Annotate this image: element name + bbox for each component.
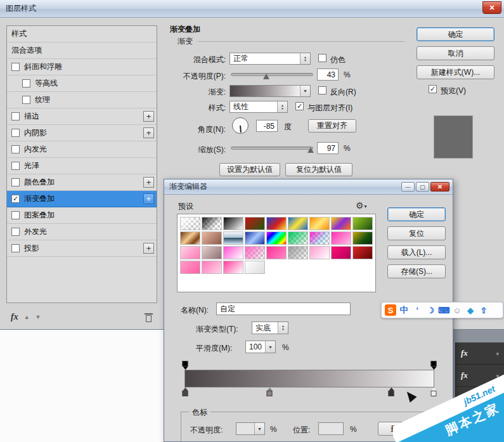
sidebar-item-styles[interactable]: 样式: [7, 26, 157, 42]
maximize-icon[interactable]: [416, 182, 429, 192]
sidebar-item-pattern-overlay[interactable]: 图案叠加: [7, 207, 157, 224]
gradient-preset-red-to-green[interactable]: [245, 217, 265, 230]
align-layer-checkbox[interactable]: [295, 102, 304, 110]
new-style-button[interactable]: 新建样式(W)...: [417, 65, 494, 79]
preset-menu-button[interactable]: [356, 200, 367, 211]
checkbox-contour[interactable]: [22, 79, 30, 88]
blend-mode-select[interactable]: 正常: [229, 53, 311, 65]
punctuation-icon[interactable]: ’: [411, 304, 423, 316]
delete-effect-button[interactable]: [145, 313, 153, 322]
toolbox-icon[interactable]: ⇧: [478, 304, 489, 316]
soft-keyboard-icon[interactable]: ⌨: [438, 304, 449, 316]
gradient-preset-blue-red-yellow[interactable]: [266, 217, 287, 230]
gradient-preset-chrome[interactable]: [223, 231, 243, 245]
add-effect-button[interactable]: [143, 111, 154, 122]
sidebar-item-satin[interactable]: 光泽: [7, 158, 157, 174]
reset-default-button[interactable]: 复位为默认值: [285, 163, 352, 176]
gradient-preset-blue-yellow-blue[interactable]: [288, 217, 308, 230]
sidebar-item-inner-shadow[interactable]: 内阴影: [7, 125, 157, 141]
sidebar-item-contour[interactable]: 等高线: [7, 75, 157, 92]
slider-thumb[interactable]: [263, 74, 269, 79]
reverse-checkbox[interactable]: [318, 86, 326, 94]
gradient-preset-black-to-transparent[interactable]: [202, 217, 222, 230]
gradient-preset-black-to-white[interactable]: [223, 217, 243, 230]
layer-effects-row-0[interactable]: fx: [456, 342, 504, 365]
gradient-preset-magenta-pink[interactable]: [331, 231, 351, 245]
cancel-button[interactable]: 取消: [417, 46, 494, 60]
editor-reset-button[interactable]: 复位: [387, 226, 446, 240]
gradient-picker[interactable]: [229, 85, 311, 97]
gradient-preset-spectrum[interactable]: [266, 231, 287, 245]
preview-checkbox[interactable]: [429, 85, 437, 93]
ok-button[interactable]: 确定: [417, 27, 494, 41]
checkbox-gradient-overlay[interactable]: [11, 195, 20, 203]
checkbox-inner-shadow[interactable]: [11, 129, 20, 137]
close-icon[interactable]: [482, 1, 501, 14]
gradient-preset-green-cyan-transparent[interactable]: [288, 231, 308, 245]
gradient-type-select[interactable]: 实底: [252, 322, 288, 334]
move-effect-down-button[interactable]: [36, 314, 41, 320]
chinese-mode-icon[interactable]: 中: [398, 304, 410, 316]
reset-align-button[interactable]: 重置对齐: [308, 119, 356, 133]
angle-input[interactable]: -85: [256, 120, 278, 132]
gradient-preset-pink-fade-white[interactable]: [223, 261, 243, 274]
add-effect-button[interactable]: [143, 193, 154, 204]
checkbox-inner-glow[interactable]: [11, 145, 20, 153]
sidebar-item-outer-glow[interactable]: 外发光: [7, 224, 157, 240]
save-button[interactable]: 存储(S)...: [387, 264, 446, 278]
add-effect-button[interactable]: [143, 177, 154, 188]
checkbox-outer-glow[interactable]: [11, 228, 20, 236]
gradient-preset-orange-yellow-orange[interactable]: [309, 217, 330, 230]
gradient-preset-gray-transparent[interactable]: [288, 246, 308, 259]
gradient-preset-rose-bronze[interactable]: [202, 231, 222, 245]
checkbox-color-overlay[interactable]: [11, 178, 20, 186]
gradient-preset-forest-gold[interactable]: [352, 231, 373, 245]
scale-input[interactable]: 97: [317, 142, 339, 154]
sidebar-item-inner-glow[interactable]: 内发光: [7, 141, 157, 158]
minimize-icon[interactable]: [401, 182, 415, 192]
add-effect-button[interactable]: [143, 243, 154, 254]
dither-checkbox[interactable]: [318, 54, 326, 62]
sogou-logo-icon[interactable]: S: [385, 304, 396, 316]
gradient-preset-blue-steel[interactable]: [245, 231, 265, 245]
color-stop-0[interactable]: [183, 387, 188, 396]
sidebar-item-gradient-overlay[interactable]: 渐变叠加: [7, 191, 157, 207]
gradient-preset-green-dark[interactable]: [352, 217, 373, 230]
add-effect-button[interactable]: [143, 127, 154, 138]
move-effect-up-button[interactable]: [24, 314, 30, 320]
sidebar-item-color-overlay[interactable]: 颜色叠加: [7, 174, 157, 191]
gradient-preset-pink-white[interactable]: [309, 246, 330, 259]
sidebar-item-texture[interactable]: 纹理: [7, 92, 157, 108]
gradient-preset-yellow-violet-orange[interactable]: [331, 217, 351, 230]
checkbox-drop-shadow[interactable]: [11, 244, 20, 252]
checkbox-texture[interactable]: [22, 96, 30, 104]
opacity-stop-0[interactable]: [183, 361, 188, 370]
sidebar-item-stroke[interactable]: 描边: [7, 108, 157, 125]
gradient-preset-pink-pastel[interactable]: [180, 246, 200, 259]
make-default-button[interactable]: 设置为默认值: [219, 163, 280, 176]
angle-dial[interactable]: [232, 117, 249, 134]
editor-ok-button[interactable]: 确定: [387, 207, 446, 221]
emoticon-icon[interactable]: ☺: [451, 304, 463, 316]
name-input[interactable]: 自定: [216, 302, 351, 315]
sidebar-item-drop-shadow[interactable]: 投影: [7, 240, 157, 257]
checkbox-stroke[interactable]: [11, 112, 20, 120]
sidebar-item-blending-options[interactable]: 混合选项: [7, 42, 157, 59]
slider-thumb[interactable]: [307, 147, 314, 153]
style-select[interactable]: 线性: [229, 101, 288, 113]
gradient-preset-deep-pink[interactable]: [331, 246, 351, 259]
editor-titlebar[interactable]: 渐变编辑器: [164, 179, 453, 195]
skin-icon[interactable]: ◆: [465, 304, 476, 316]
gradient-preset-white-to-transparent[interactable]: [180, 217, 200, 230]
gradient-preset-pink-transparent[interactable]: [245, 246, 265, 259]
gradient-preset-white-gray[interactable]: [245, 261, 265, 274]
scale-slider[interactable]: [231, 142, 313, 153]
gradient-preset-magenta-white[interactable]: [223, 246, 243, 259]
opacity-input[interactable]: 43: [317, 68, 339, 81]
ime-toolbar[interactable]: S中’☽⌨☺◆⇧: [381, 302, 503, 318]
gradient-preset-transparent-rainbow[interactable]: [309, 231, 330, 245]
gradient-preset-red-maroon[interactable]: [352, 246, 373, 259]
color-stop-1[interactable]: [267, 387, 273, 396]
opacity-slider[interactable]: [231, 68, 313, 80]
gradient-preset-mauve[interactable]: [202, 246, 222, 259]
